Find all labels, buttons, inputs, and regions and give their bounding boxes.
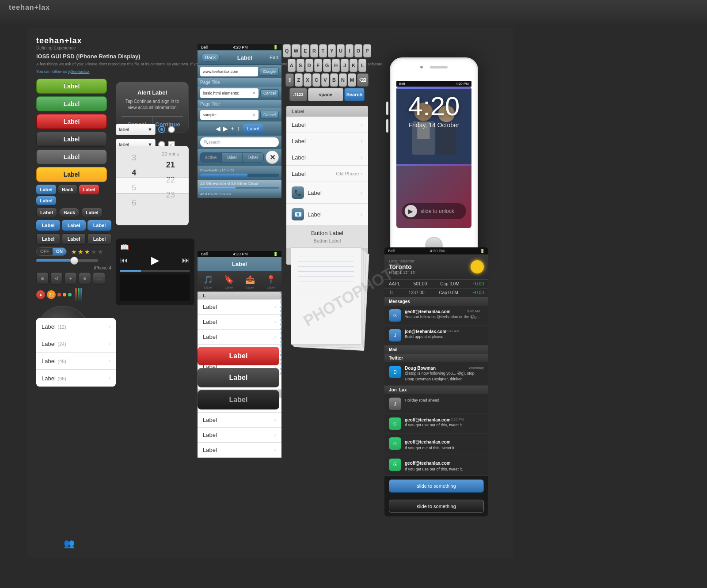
table-list-item-6[interactable]: 📧 Label › (286, 204, 368, 225)
add-page-btn[interactable]: + (231, 125, 234, 132)
player-book-icon[interactable]: 📖 (120, 243, 129, 251)
star-4[interactable]: ★ (91, 248, 97, 255)
key-shift[interactable]: ⇧ (285, 73, 294, 87)
row-dark-1[interactable]: Label (36, 233, 60, 245)
toggle-on[interactable]: ON (53, 248, 66, 255)
key-x[interactable]: X (304, 73, 312, 87)
alpha-f[interactable]: F (280, 314, 283, 318)
key-s[interactable]: S (296, 59, 304, 72)
volume-up[interactable] (386, 102, 388, 115)
list-item-2[interactable]: Label (24) › (36, 335, 116, 353)
key-n[interactable]: N (339, 73, 347, 87)
green-button-2[interactable]: Label (36, 96, 107, 111)
tab-1[interactable]: 🎵 Label (198, 273, 219, 291)
star-1[interactable]: ★ (71, 248, 77, 255)
prev-button[interactable]: ⏮ (120, 256, 128, 265)
cancel-btn[interactable]: Cancel (260, 89, 279, 97)
toolbar-more-btn[interactable]: … (93, 272, 105, 285)
alpha-j[interactable]: J (280, 331, 283, 335)
dropdown-1[interactable]: label ▼ (116, 124, 156, 135)
key-e[interactable]: E (301, 44, 309, 57)
nav-back-button[interactable]: Back (201, 53, 220, 62)
key-w[interactable]: W (292, 44, 300, 57)
play-button[interactable]: ▶ (151, 254, 159, 266)
action-darker-button[interactable]: Label (198, 390, 279, 410)
toolbar-add-btn[interactable]: ⊕ (36, 272, 49, 285)
key-d[interactable]: D (305, 59, 313, 72)
alpha-item-2[interactable]: Label› (198, 315, 281, 330)
yellow-button[interactable]: Label (36, 167, 107, 182)
toolbar-add2-btn[interactable]: + (65, 272, 77, 285)
alpha-item-10[interactable]: Label› (198, 443, 281, 458)
alpha-v[interactable]: V (280, 367, 283, 371)
alpha-item-1[interactable]: Label› (198, 300, 281, 315)
key-u[interactable]: U (337, 44, 345, 57)
alpha-h[interactable]: H (280, 322, 283, 326)
alpha-b[interactable]: B (280, 296, 283, 300)
dark-button[interactable]: Label (36, 132, 107, 147)
star-rating[interactable]: ★ ★ ★ ★ ★ (71, 248, 103, 255)
small-back-btn-2[interactable]: Back (59, 208, 80, 217)
form-input-2[interactable]: sample: ✕ (200, 110, 258, 120)
slider-thumb[interactable] (70, 257, 78, 265)
prev-page-btn[interactable]: ◀ (216, 125, 220, 132)
key-h[interactable]: H (332, 59, 340, 72)
form-input[interactable]: basic html elements: ✕ (200, 88, 258, 98)
alpha-p[interactable]: P (280, 349, 283, 353)
key-r[interactable]: R (310, 44, 318, 57)
slide-btn-1[interactable]: slide to something (389, 479, 484, 493)
message-2[interactable]: J jon@teehanlax.com 9:41 AM Build apps s… (384, 326, 488, 345)
alpha-n[interactable]: N (280, 345, 283, 349)
key-numbers[interactable]: .?123 (289, 88, 307, 101)
toggle-switch[interactable]: OFF ON (36, 247, 67, 256)
alpha-m[interactable]: M (280, 340, 283, 344)
key-i[interactable]: I (346, 44, 354, 57)
key-g[interactable]: G (323, 59, 331, 72)
key-p[interactable]: P (363, 44, 371, 57)
plain-button[interactable]: Label (36, 149, 107, 164)
key-a[interactable]: A (288, 59, 296, 72)
small-back-btn[interactable]: Back (58, 185, 77, 194)
star-3[interactable]: ★ (84, 248, 90, 255)
table-list-item-4[interactable]: Label Old Phone › (286, 166, 368, 182)
next-page-btn[interactable]: ▶ (223, 125, 228, 132)
radio-2[interactable] (168, 126, 175, 133)
key-b[interactable]: B (330, 73, 338, 87)
seg-tab-2[interactable]: label (222, 153, 243, 162)
notif-item-3[interactable]: G geoff@teehanlax.com If you get use out… (384, 455, 488, 476)
table-list-item-1[interactable]: Label › (286, 117, 368, 133)
slide-to-unlock[interactable]: ▶ slide to unlock (402, 203, 466, 219)
alpha-i[interactable]: I (280, 327, 283, 331)
nav-action[interactable]: Edit (270, 55, 278, 60)
alpha-item-3[interactable]: Label› (198, 330, 281, 345)
key-c[interactable]: C (312, 73, 320, 87)
seg-tab-active[interactable]: active (201, 153, 222, 162)
alpha-l[interactable]: L (280, 336, 283, 340)
list-item-4[interactable]: Label (96) › (36, 370, 116, 387)
row-dark-2[interactable]: Label (62, 233, 86, 245)
picker-wheel[interactable]: 3 4 5 6 20 mins 21 22 23 (116, 146, 189, 225)
key-y[interactable]: Y (328, 44, 336, 57)
alpha-e[interactable]: E (280, 309, 283, 313)
key-z[interactable]: Z (295, 73, 303, 87)
toggle-off[interactable]: OFF (37, 248, 53, 255)
tab-4[interactable]: 📍 Label (261, 273, 282, 291)
notif-item-2[interactable]: G geoff@teehanlax.com If you get out of … (384, 434, 488, 455)
small-red-btn[interactable]: Label (79, 185, 99, 194)
row-dark-3[interactable]: Label (87, 233, 111, 245)
alpha-a[interactable]: A (280, 292, 283, 296)
action-red-button[interactable]: Label (198, 347, 279, 365)
alpha-g[interactable]: G (280, 318, 283, 322)
jonlax-item[interactable]: J Holiday road ahead (384, 394, 488, 414)
key-j[interactable]: J (341, 59, 349, 72)
url-search-btn[interactable]: Google (260, 68, 279, 76)
row-blue-3[interactable]: Label (87, 220, 111, 231)
key-t[interactable]: T (319, 44, 327, 57)
row-blue-2[interactable]: Label (62, 220, 86, 231)
notif-item-1[interactable]: G geoff@teehanlax.com 6:25 PM If you get… (384, 414, 488, 434)
key-space[interactable]: space (308, 88, 343, 101)
list-item-1[interactable]: Label (12) › (36, 318, 116, 335)
alpha-t[interactable]: T (280, 362, 283, 366)
action-dark-button[interactable]: Label (198, 368, 279, 387)
clear-icon[interactable]: ✕ (252, 91, 256, 95)
